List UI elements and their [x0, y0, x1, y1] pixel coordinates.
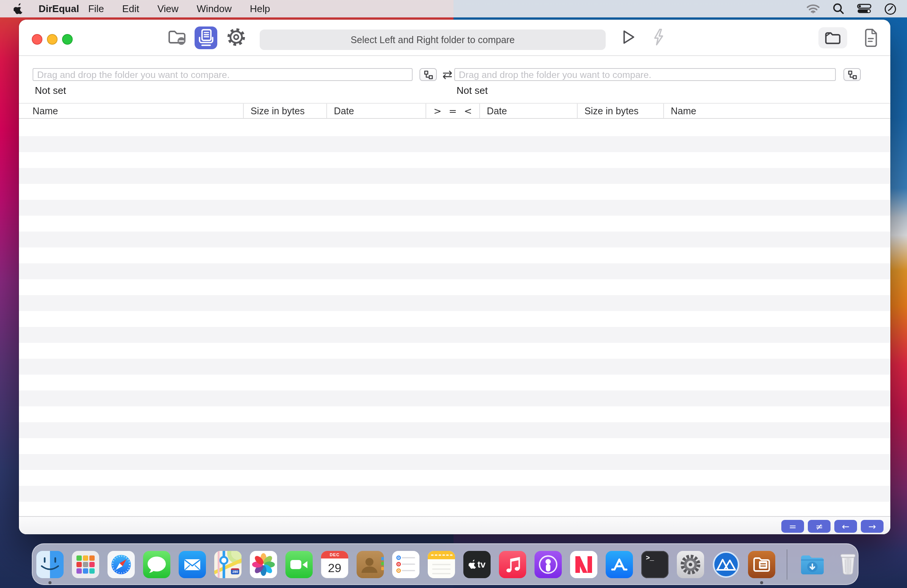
column-right-name[interactable]: Name	[664, 104, 890, 118]
dock-item-terminal[interactable]: >_	[641, 551, 668, 578]
messages-icon	[143, 551, 170, 578]
reminders-icon	[392, 551, 420, 578]
compare-status-title: Select Left and Right folder to compare	[260, 29, 606, 50]
left-folder-path-input[interactable]	[32, 68, 413, 81]
dock-item-music[interactable]	[499, 551, 526, 578]
column-right-size[interactable]: Size in bytes	[578, 104, 664, 118]
dock-item-reminders[interactable]	[392, 551, 420, 578]
menu-file[interactable]: File	[79, 3, 113, 14]
apple-menu-icon[interactable]	[14, 3, 24, 15]
zoom-button[interactable]	[62, 34, 73, 45]
right-folder-path-input[interactable]	[454, 68, 836, 81]
direqual-folder-doc-icon	[748, 551, 775, 578]
compare-greater-symbol: >	[433, 105, 441, 117]
comparison-results-area[interactable]	[19, 120, 890, 517]
quick-compare-button[interactable]	[649, 27, 668, 47]
show-different-button[interactable]: ≠	[808, 520, 830, 533]
folder-tree-icon	[424, 70, 433, 79]
left-folder-status: Not set	[35, 85, 66, 96]
finder-icon	[36, 551, 64, 578]
menu-window[interactable]: Window	[188, 3, 241, 14]
column-left-date[interactable]: Date	[327, 104, 426, 118]
reveal-folder-button[interactable]	[819, 27, 847, 48]
dock-item-contacts[interactable]	[357, 551, 384, 578]
menubar-status-icons	[806, 3, 896, 15]
remove-folder-button[interactable]	[167, 27, 187, 47]
right-folder-status: Not set	[457, 85, 487, 96]
wifi-icon[interactable]	[806, 4, 820, 14]
dock-item-direqual[interactable]	[748, 551, 775, 578]
dock-item-news[interactable]	[570, 551, 597, 578]
news-icon	[570, 551, 597, 578]
dock-item-app-store[interactable]	[606, 551, 633, 578]
notes-icon	[428, 551, 455, 578]
run-compare-button[interactable]	[618, 27, 638, 47]
settings-button[interactable]	[226, 27, 246, 47]
downloads-folder-icon	[799, 551, 826, 578]
dock-item-podcasts[interactable]	[535, 551, 562, 578]
calendar-day-label: 29	[321, 558, 348, 578]
active-app-name[interactable]: DirEqual	[38, 3, 79, 14]
dock-item-system-preferences[interactable]	[677, 551, 704, 578]
mountain-peaks-icon	[712, 551, 740, 578]
spotlight-search-icon[interactable]	[833, 3, 844, 14]
dock-item-calendar[interactable]: DEC 29	[321, 551, 348, 578]
dock: 280	[32, 543, 859, 585]
minimize-button[interactable]	[47, 34, 58, 45]
column-left-size[interactable]: Size in bytes	[244, 104, 327, 118]
menu-edit[interactable]: Edit	[113, 3, 148, 14]
play-icon	[619, 28, 637, 46]
music-icon	[499, 551, 526, 578]
lightning-bolt-icon	[651, 28, 667, 46]
maps-interstate-badge: 280	[231, 568, 239, 574]
dock-item-downloads[interactable]	[799, 551, 826, 578]
mail-icon	[179, 551, 206, 578]
clock-icon[interactable]	[884, 3, 896, 15]
document-icon	[862, 28, 880, 48]
menu-help[interactable]: Help	[241, 3, 279, 14]
apple-tv-label: tv	[478, 559, 485, 569]
trash-icon	[834, 551, 862, 578]
contacts-icon	[357, 551, 384, 578]
dock-item-apple-tv[interactable]: tv	[463, 551, 490, 578]
column-right-date[interactable]: Date	[480, 104, 578, 118]
copy-right-button[interactable]: →	[861, 520, 883, 533]
copy-left-button[interactable]: ←	[834, 520, 857, 533]
desktop: DirEqual File Edit View Window Help	[0, 0, 907, 588]
dock-item-trash[interactable]	[834, 551, 862, 578]
compare-scanner-icon	[196, 27, 216, 48]
compare-equal-symbol: =	[449, 105, 457, 117]
window-toolbar: Select Left and Right folder to compare	[19, 20, 890, 56]
dock-item-finder[interactable]	[36, 551, 64, 578]
terminal-prompt-glyph: >_	[646, 554, 654, 562]
column-left-name[interactable]: Name	[19, 104, 244, 118]
dock-item-photos[interactable]	[250, 551, 277, 578]
folder-tree-icon	[848, 70, 857, 79]
menu-bar: DirEqual File Edit View Window Help	[0, 0, 907, 18]
photos-icon	[250, 551, 277, 578]
window-footer: = ≠ ← →	[19, 517, 890, 534]
right-choose-folder-button[interactable]	[843, 68, 861, 81]
app-store-icon	[606, 551, 633, 578]
dock-item-mail[interactable]	[179, 551, 206, 578]
dock-item-mountain-compare-app[interactable]	[712, 551, 740, 578]
compare-view-button[interactable]	[195, 27, 217, 49]
show-equal-button[interactable]: =	[781, 520, 804, 533]
dock-item-notes[interactable]	[428, 551, 455, 578]
compare-less-symbol: <	[464, 105, 472, 117]
dock-item-facetime[interactable]	[285, 551, 312, 578]
menu-view[interactable]: View	[148, 3, 188, 14]
report-document-button[interactable]	[861, 28, 880, 48]
direqual-window: Select Left and Right folder to compare	[19, 20, 890, 534]
dock-item-launchpad[interactable]	[72, 551, 99, 578]
dock-item-safari[interactable]	[107, 551, 135, 578]
facetime-icon	[285, 551, 312, 578]
dock-item-messages[interactable]	[143, 551, 170, 578]
apple-logo-icon	[468, 559, 477, 569]
close-button[interactable]	[32, 34, 42, 45]
control-center-icon[interactable]	[857, 4, 872, 14]
dock-item-maps[interactable]: 280	[214, 551, 242, 578]
column-compare[interactable]: > = <	[426, 104, 480, 118]
calendar-month-label: DEC	[321, 551, 348, 558]
system-preferences-gear-icon	[677, 551, 704, 578]
